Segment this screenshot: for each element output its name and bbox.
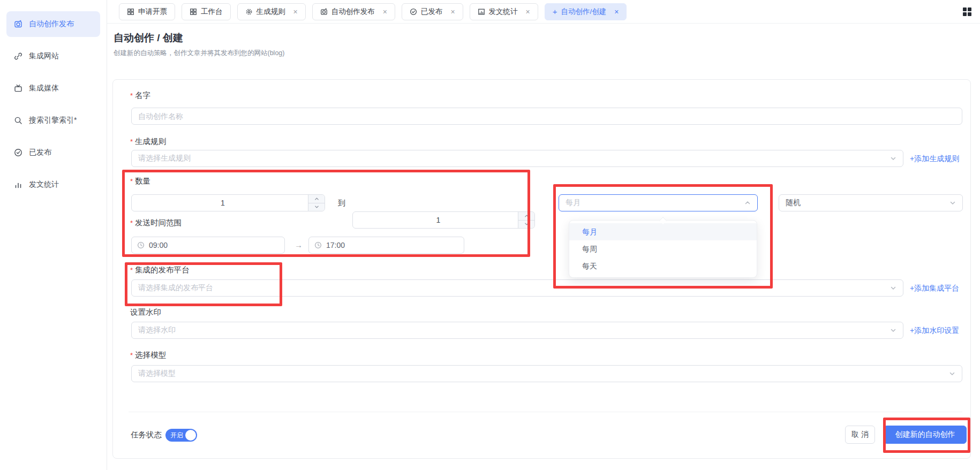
chevron-down-icon — [890, 155, 896, 162]
model-label: *选择模型 — [130, 350, 166, 360]
tab-label: 自动创作/创建 — [561, 7, 607, 17]
sidebar-item-label: 集成网站 — [29, 51, 59, 61]
tab-label: 工作台 — [201, 7, 223, 17]
sidebar-item-integrated-websites[interactable]: 集成网站 — [6, 43, 100, 69]
sidebar-item-search-engine-index[interactable]: 搜索引擎索引* — [6, 108, 100, 133]
tab-apply-invoice[interactable]: 申请开票 — [119, 3, 175, 20]
platform-select[interactable]: 请选择集成的发布平台 — [131, 279, 903, 297]
time-start-picker[interactable]: 09:00 — [131, 237, 285, 254]
period-option-daily[interactable]: 每天 — [569, 257, 757, 275]
grid-icon — [190, 8, 197, 16]
sidebar-item-label: 已发布 — [29, 148, 51, 157]
sidebar: 自动创作发布 集成网站 集成媒体 搜索引擎索引* 已发布 发文统计 — [0, 0, 107, 470]
sidebar-item-label: 搜索引擎索引* — [29, 116, 77, 125]
tab-published[interactable]: 已发布 × — [402, 3, 463, 20]
sidebar-item-label: 集成媒体 — [29, 84, 59, 93]
tab-label: 自动创作发布 — [331, 7, 375, 17]
link-icon — [14, 52, 22, 60]
toggle-knob — [185, 430, 196, 441]
increase-button[interactable] — [308, 195, 325, 203]
footer-divider — [129, 412, 962, 412]
time-end-picker[interactable]: 17:00 — [308, 237, 464, 254]
tab-bar: 申请开票 工作台 生成规则 × 自动创作发布 × 已发布 × 发文统计 × + … — [107, 0, 980, 24]
check-circle-icon — [14, 148, 22, 157]
tv-icon — [14, 84, 22, 93]
sidebar-item-post-stats[interactable]: 发文统计 — [6, 172, 100, 198]
search-icon — [14, 116, 22, 125]
sidebar-item-label: 自动创作发布 — [29, 19, 74, 29]
clock-icon — [314, 241, 322, 249]
tab-auto-create-new[interactable]: + 自动创作/创建 × — [545, 3, 627, 20]
cancel-button[interactable]: 取 消 — [845, 426, 875, 444]
chevron-down-icon — [949, 370, 955, 377]
period-option-monthly[interactable]: 每月 — [569, 223, 757, 240]
apps-grid-icon[interactable] — [963, 7, 971, 16]
watermark-label: 设置水印 — [130, 307, 161, 317]
rule-select[interactable]: 请选择生成规则 — [131, 150, 903, 167]
aperture-icon — [320, 8, 328, 16]
quantity-to-input[interactable] — [353, 216, 534, 224]
rule-label: *生成规则 — [130, 137, 166, 147]
watermark-select[interactable]: 请选择水印 — [131, 322, 903, 339]
sidebar-item-integrated-media[interactable]: 集成媒体 — [6, 75, 100, 101]
check-circle-icon — [410, 8, 417, 16]
tab-label: 已发布 — [421, 7, 443, 17]
name-input-wrap — [131, 108, 962, 125]
form-card: *名字 *生成规则 请选择生成规则 +添加生成规则 *数量 到 每月 随机 — [112, 79, 971, 459]
page-title: 自动创作 / 创建 — [114, 31, 183, 45]
stepper-controls — [308, 195, 325, 211]
close-icon[interactable]: × — [614, 8, 619, 16]
create-auto-creation-button[interactable]: 创建新的自动创作 — [884, 426, 967, 444]
period-option-weekly[interactable]: 每周 — [569, 240, 757, 257]
quantity-between-label: 到 — [332, 199, 351, 208]
bar-chart-icon — [478, 8, 485, 16]
quantity-to-stepper[interactable] — [352, 211, 535, 229]
gear-icon — [245, 8, 253, 16]
add-rule-link[interactable]: +添加生成规则 — [910, 154, 959, 164]
bar-chart-icon — [14, 180, 22, 189]
chevron-down-icon — [949, 200, 956, 206]
close-icon[interactable]: × — [293, 8, 298, 16]
aperture-icon — [14, 20, 22, 28]
decrease-button[interactable] — [518, 221, 534, 229]
tab-post-stats[interactable]: 发文统计 × — [470, 3, 538, 20]
period-select[interactable]: 每月 — [559, 194, 758, 211]
chevron-up-icon — [744, 200, 751, 206]
increase-button[interactable] — [518, 212, 534, 221]
add-platform-link[interactable]: +添加集成平台 — [910, 284, 959, 293]
sidebar-item-published[interactable]: 已发布 — [6, 140, 100, 165]
page-subtitle: 创建新的自动策略，创作文章并将其发布到您的网站(blog) — [114, 49, 284, 58]
chevron-down-icon — [890, 285, 896, 291]
close-icon[interactable]: × — [526, 8, 530, 16]
stepper-controls — [518, 212, 534, 228]
tab-label: 申请开票 — [138, 7, 167, 17]
period-dropdown: 每月 每周 每天 — [569, 220, 757, 278]
name-label: *名字 — [130, 90, 150, 101]
decrease-button[interactable] — [308, 203, 325, 211]
close-icon[interactable]: × — [450, 8, 455, 16]
sidebar-item-auto-create-publish[interactable]: 自动创作发布 — [6, 11, 100, 37]
quantity-from-input[interactable] — [132, 199, 325, 207]
tab-auto-create-publish[interactable]: 自动创作发布 × — [312, 3, 395, 20]
model-select[interactable]: 请选择模型 — [131, 365, 962, 382]
mode-select[interactable]: 随机 — [779, 194, 963, 211]
tab-label: 生成规则 — [257, 7, 285, 17]
task-status-toggle[interactable]: 开启 — [165, 429, 197, 442]
tab-label: 发文统计 — [489, 7, 518, 17]
plus-icon: + — [553, 7, 557, 16]
toggle-on-label: 开启 — [170, 429, 183, 442]
tab-generation-rules[interactable]: 生成规则 × — [237, 3, 306, 20]
grid-icon — [127, 8, 134, 16]
quantity-from-stepper[interactable] — [131, 194, 325, 211]
chevron-down-icon — [890, 327, 896, 333]
task-status-label: 任务状态 — [131, 426, 162, 444]
arrow-right-icon: → — [295, 240, 303, 249]
tab-workbench[interactable]: 工作台 — [182, 3, 231, 20]
sidebar-item-label: 发文统计 — [29, 180, 59, 189]
close-icon[interactable]: × — [383, 8, 387, 16]
add-watermark-link[interactable]: +添加水印设置 — [910, 326, 959, 336]
platform-label: *集成的发布平台 — [130, 265, 190, 275]
name-input[interactable] — [132, 112, 962, 120]
clock-icon — [137, 241, 145, 249]
time-range-label: *发送时间范围 — [130, 218, 182, 228]
